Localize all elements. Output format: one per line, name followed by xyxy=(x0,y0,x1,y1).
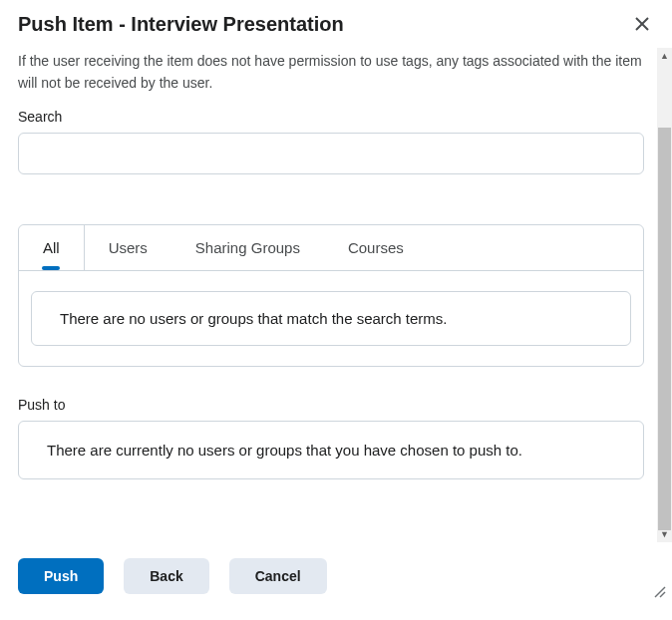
search-input[interactable] xyxy=(18,133,644,174)
modal-title: Push Item - Interview Presentation xyxy=(18,13,344,36)
tab-courses[interactable]: Courses xyxy=(324,225,428,270)
modal-body: If the user receiving the item does not … xyxy=(0,42,672,540)
push-to-section: Push to There are currently no users or … xyxy=(18,397,644,479)
resize-handle-icon[interactable] xyxy=(652,584,666,598)
tab-users[interactable]: Users xyxy=(85,225,171,270)
cancel-button[interactable]: Cancel xyxy=(229,558,327,594)
back-button[interactable]: Back xyxy=(124,558,208,594)
search-results-empty: There are no users or groups that match … xyxy=(31,291,631,346)
results-tabs-container: All Users Sharing Groups Courses There a… xyxy=(18,224,644,367)
modal-header: Push Item - Interview Presentation xyxy=(0,0,672,42)
close-icon[interactable] xyxy=(630,12,654,36)
push-to-label: Push to xyxy=(18,397,644,413)
search-label: Search xyxy=(18,109,644,125)
tab-all[interactable]: All xyxy=(19,225,85,270)
tab-sharing-groups[interactable]: Sharing Groups xyxy=(171,225,324,270)
svg-line-2 xyxy=(655,587,665,597)
push-to-empty: There are currently no users or groups t… xyxy=(18,421,644,479)
tabs-body: There are no users or groups that match … xyxy=(19,271,643,366)
permission-info-text: If the user receiving the item does not … xyxy=(18,50,644,95)
svg-line-3 xyxy=(660,592,665,597)
tabs-header: All Users Sharing Groups Courses xyxy=(19,225,643,271)
modal-footer: Push Back Cancel xyxy=(0,540,672,612)
push-button[interactable]: Push xyxy=(18,558,104,594)
